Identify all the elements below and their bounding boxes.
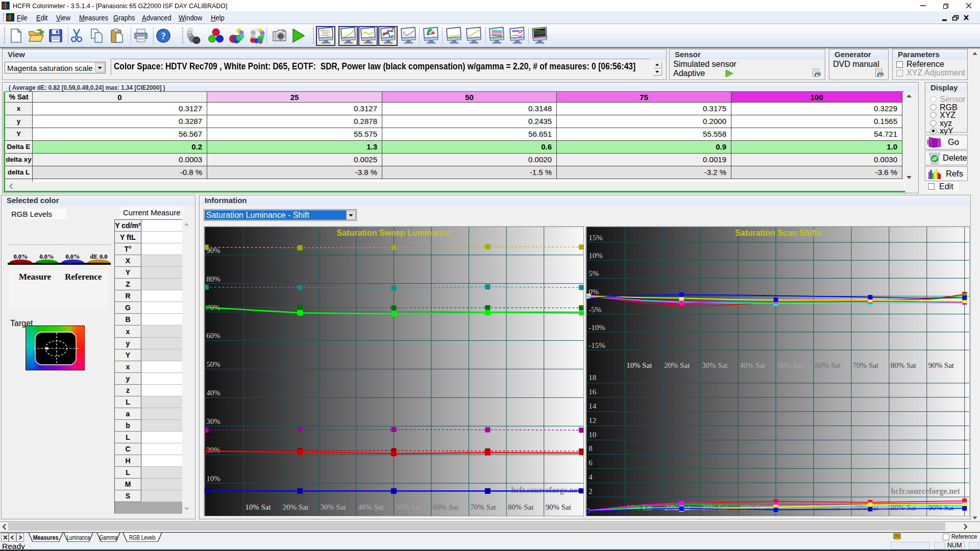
svg-text:RGB Levels: RGB Levels (129, 534, 156, 541)
svg-text:80% Sat: 80% Sat (508, 503, 534, 511)
svg-text:18: 18 (589, 373, 596, 382)
svg-text:10%: 10% (206, 474, 220, 483)
svg-text:?: ? (161, 31, 166, 41)
svg-text:50% Sat: 50% Sat (395, 503, 421, 511)
svg-text:40%: 40% (206, 389, 220, 397)
svg-text:80% Sat: 80% Sat (891, 361, 917, 369)
svg-text:15%: 15% (589, 234, 602, 242)
svg-text:-15%: -15% (589, 341, 605, 349)
svg-text:2: 2 (589, 487, 592, 495)
svg-text:40% Sat: 40% Sat (740, 361, 766, 369)
svg-text:20% Sat: 20% Sat (664, 361, 690, 369)
svg-text:Luminance: Luminance (67, 534, 90, 541)
svg-text:50% Sat: 50% Sat (777, 361, 803, 369)
svg-text:hcfr.sourceforge.net: hcfr.sourceforge.net (891, 487, 960, 496)
svg-text:60% Sat: 60% Sat (815, 361, 841, 369)
svg-text:80%: 80% (206, 275, 220, 283)
svg-text:90% Sat: 90% Sat (928, 361, 954, 369)
svg-text:30% Sat: 30% Sat (320, 503, 346, 511)
svg-text:Gamma: Gamma (100, 534, 118, 541)
svg-text:-5%: -5% (589, 306, 601, 314)
svg-text:Saturation Scan Shifts: Saturation Scan Shifts (735, 229, 822, 237)
svg-text:90% Sat: 90% Sat (546, 503, 572, 511)
svg-text:20% Sat: 20% Sat (283, 503, 309, 511)
svg-text:70% Sat: 70% Sat (471, 503, 497, 511)
svg-text:10% Sat: 10% Sat (626, 361, 652, 369)
svg-text:30%: 30% (206, 417, 220, 425)
svg-text:60% Sat: 60% Sat (433, 503, 459, 511)
svg-text:Measures: Measures (33, 534, 59, 541)
svg-text:hcfr.sourceforge.net: hcfr.sourceforge.net (511, 486, 580, 495)
svg-text:6: 6 (589, 459, 593, 467)
svg-text:70% Sat: 70% Sat (853, 361, 879, 369)
svg-text:16: 16 (589, 388, 596, 396)
svg-text:60%: 60% (206, 332, 220, 340)
svg-text:5%: 5% (589, 269, 599, 278)
svg-text:12: 12 (589, 416, 596, 424)
svg-text:Saturation Sweep Luminance: Saturation Sweep Luminance (337, 229, 450, 237)
svg-text:4: 4 (589, 473, 593, 481)
svg-text:40% Sat: 40% Sat (358, 503, 384, 511)
svg-text:14: 14 (589, 402, 596, 410)
svg-text:50%: 50% (206, 360, 220, 368)
svg-text:30% Sat: 30% Sat (702, 361, 728, 369)
svg-text:10%: 10% (589, 252, 602, 260)
svg-text:10: 10 (589, 431, 596, 439)
svg-text:8: 8 (589, 444, 592, 453)
svg-text:-10%: -10% (589, 323, 605, 332)
svg-text:10% Sat: 10% Sat (245, 503, 271, 511)
